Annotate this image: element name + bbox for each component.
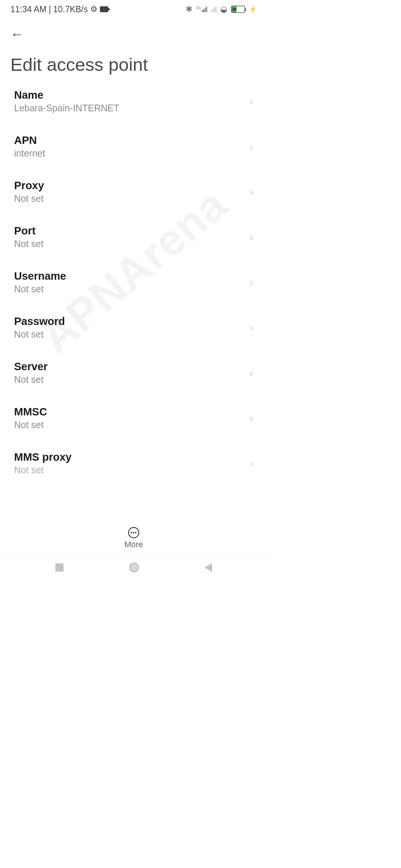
setting-title: Proxy [14,180,44,192]
chevron-right-icon: › [250,276,253,289]
back-nav-button[interactable] [205,563,212,572]
network-type-label: 4G [196,6,201,10]
setting-value: Not set [14,239,43,249]
setting-mmsc[interactable]: MMSC Not set › [10,395,257,441]
charging-icon: ⚡ [249,5,257,13]
page-title: Edit access point [10,54,257,79]
setting-apn[interactable]: APN internet › [10,124,257,169]
bluetooth-icon: ✱ [186,4,192,14]
setting-username[interactable]: Username Not set › [10,260,257,305]
setting-password[interactable]: Password Not set › [10,305,257,350]
signal-sim1: 4G [196,7,207,12]
settings-list: APNArena Name Lebara-Spain-INTERNET › AP… [0,79,267,479]
battery-icon: 38 [231,6,245,13]
battery-level: 38 [232,6,237,12]
wifi-icon: ◒ [220,4,227,14]
more-button[interactable]: ••• More [117,527,150,549]
signal-bars-sim2-icon [211,7,216,12]
chevron-right-icon: › [250,321,253,334]
setting-title: Port [14,225,43,237]
setting-title: APN [14,134,45,147]
setting-value: Not set [14,465,72,476]
status-data-rate: 10.7KB/s [53,4,88,14]
status-separator: | [49,4,51,14]
chevron-right-icon: › [250,366,253,379]
setting-title: Server [14,361,48,373]
chevron-right-icon: › [250,412,253,424]
setting-server[interactable]: Server Not set › [10,350,257,395]
video-icon [100,6,108,12]
setting-value: Not set [14,420,47,430]
chevron-right-icon: › [250,231,253,243]
status-right: ✱ 4G ◒ 38 ⚡ [186,4,257,14]
status-bar: 11:34 AM | 10.7KB/s ⚙ ✱ 4G ◒ 38 ⚡ [0,0,267,19]
home-button[interactable] [129,563,139,572]
setting-title: Name [14,89,119,101]
setting-value: Not set [14,329,65,340]
header: ← Edit access point [0,19,267,79]
setting-proxy[interactable]: Proxy Not set › [10,169,257,214]
navigation-bar [0,556,267,579]
back-button[interactable]: ← [10,25,24,43]
more-icon: ••• [128,527,139,538]
setting-value: internet [14,148,45,159]
setting-value: Not set [14,193,44,204]
more-label: More [124,540,143,549]
setting-port[interactable]: Port Not set › [10,214,257,260]
setting-title: MMSC [14,406,47,418]
chevron-right-icon: › [250,140,253,153]
setting-value: Not set [14,284,66,295]
setting-title: MMS proxy [14,451,72,463]
back-arrow-icon: ← [10,27,24,41]
status-time: 11:34 AM [10,4,46,14]
setting-title: Username [14,270,66,282]
signal-bars-icon [202,7,207,12]
setting-mms-proxy[interactable]: MMS proxy Not set › [10,441,257,479]
setting-name[interactable]: Name Lebara-Spain-INTERNET › [10,79,257,124]
status-left: 11:34 AM | 10.7KB/s ⚙ [10,4,108,14]
gear-icon: ⚙ [90,4,98,14]
chevron-right-icon: › [250,95,253,108]
bottom-bar: ••• More [0,523,267,556]
setting-title: Password [14,315,65,328]
setting-value: Not set [14,374,48,385]
setting-value: Lebara-Spain-INTERNET [14,103,119,114]
chevron-right-icon: › [250,457,253,470]
chevron-right-icon: › [250,185,253,198]
recents-button[interactable] [55,563,63,572]
